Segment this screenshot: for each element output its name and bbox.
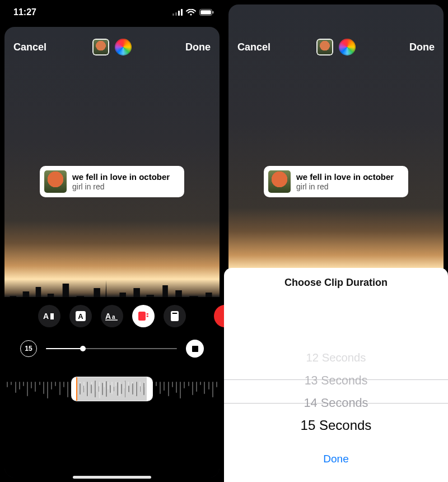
svg-rect-17 — [147, 316, 149, 317]
scrub-slider[interactable] — [46, 348, 177, 349]
status-bar: 11:27 — [0, 6, 224, 19]
picker-option[interactable]: 12 Seconds — [233, 347, 439, 368]
cancel-button[interactable]: Cancel — [10, 39, 50, 55]
top-actions: Cancel Done — [228, 35, 444, 59]
done-button[interactable]: Done — [406, 39, 438, 55]
picker-option-selected[interactable]: 15 Seconds — [224, 414, 448, 437]
svg-rect-1 — [175, 12, 177, 16]
more-styles-hint-icon[interactable] — [214, 305, 224, 327]
cellular-icon — [172, 9, 183, 16]
style-boxed-letter[interactable]: A — [69, 305, 92, 327]
picker-option[interactable]: 13 Seconds — [227, 369, 445, 391]
clip-window[interactable] — [71, 377, 153, 401]
svg-rect-15 — [138, 312, 146, 321]
battery-icon — [199, 9, 214, 16]
music-artist: girl in red — [296, 182, 394, 191]
style-sticker[interactable] — [164, 305, 186, 327]
music-thumbnail-icon[interactable] — [316, 39, 333, 55]
music-meta: we fell in love in october girl in red — [72, 172, 170, 191]
scrub-fill — [46, 348, 83, 349]
music-thumbnail-icon[interactable] — [92, 39, 109, 55]
sheet-done-button[interactable]: Done — [224, 441, 448, 482]
done-button[interactable]: Done — [182, 39, 214, 55]
music-edit-panel: A A A a — [4, 297, 220, 478]
picker-list[interactable]: 12 Seconds 13 Seconds 14 Seconds 15 Seco… — [224, 347, 448, 437]
svg-rect-18 — [171, 311, 179, 321]
svg-rect-9 — [50, 313, 54, 319]
music-artist: girl in red — [72, 182, 170, 191]
sheet-title: Choose Clip Duration — [224, 268, 448, 293]
svg-text:A: A — [43, 312, 49, 321]
style-dynamic-lyrics[interactable]: A — [38, 305, 60, 327]
svg-rect-16 — [147, 313, 149, 315]
clip-handle-left[interactable] — [72, 377, 77, 401]
svg-rect-19 — [172, 313, 178, 314]
stop-icon — [192, 346, 198, 352]
duration-picker[interactable]: 12 Seconds 13 Seconds 14 Seconds 15 Seco… — [224, 293, 448, 441]
svg-rect-3 — [181, 9, 183, 16]
top-actions: Cancel Done — [4, 35, 220, 59]
music-meta: we fell in love in october girl in red — [296, 172, 394, 191]
stop-button[interactable] — [186, 340, 204, 358]
music-sticker[interactable]: we fell in love in october girl in red — [264, 166, 408, 197]
svg-text:a: a — [112, 314, 115, 320]
style-text-aa[interactable]: A a — [101, 305, 123, 327]
color-wheel-icon[interactable] — [339, 39, 356, 55]
music-title: we fell in love in october — [72, 172, 170, 182]
duration-badge[interactable]: 15 — [20, 340, 37, 357]
wifi-icon — [186, 9, 196, 16]
clip-handle-right[interactable] — [147, 377, 152, 401]
clip-inner-ticks — [80, 381, 144, 397]
svg-text:A: A — [78, 312, 83, 321]
album-art-icon — [268, 170, 291, 193]
phone-left: 11:27 — [0, 0, 224, 482]
home-indicator[interactable] — [73, 476, 151, 479]
picker-option[interactable]: 14 Seconds — [225, 392, 447, 414]
scrub-row: 15 — [4, 340, 220, 358]
svg-rect-0 — [172, 13, 174, 16]
style-card-selected[interactable] — [132, 305, 155, 327]
duration-sheet: Choose Clip Duration 12 Seconds 13 Secon… — [224, 268, 448, 482]
style-selector: A A A a — [4, 305, 220, 327]
album-art-icon — [44, 170, 67, 193]
color-wheel-icon[interactable] — [115, 39, 132, 55]
status-icons — [172, 9, 214, 16]
svg-point-4 — [190, 13, 192, 15]
phone-right: Cancel Done we fell in love in october g… — [224, 0, 448, 482]
svg-text:A: A — [105, 312, 111, 321]
svg-rect-7 — [212, 11, 213, 13]
status-time: 11:27 — [13, 7, 36, 17]
scrub-knob[interactable] — [80, 346, 86, 351]
cancel-button[interactable]: Cancel — [234, 39, 274, 55]
waveform-row[interactable] — [4, 372, 220, 408]
music-sticker[interactable]: we fell in love in october girl in red — [40, 166, 184, 197]
svg-rect-2 — [178, 11, 180, 16]
music-title: we fell in love in october — [296, 172, 394, 182]
svg-rect-6 — [200, 10, 211, 15]
